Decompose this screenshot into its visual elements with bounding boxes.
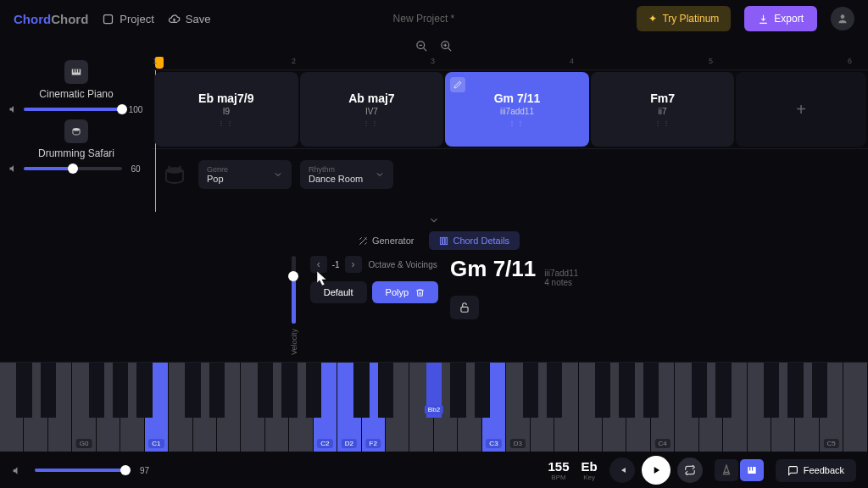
- octave-value: -1: [329, 260, 343, 269]
- black-key[interactable]: [258, 363, 273, 418]
- black-key[interactable]: [595, 363, 610, 418]
- metronome-button[interactable]: [715, 459, 738, 481]
- svg-point-1: [841, 14, 845, 19]
- black-key[interactable]: [764, 363, 779, 418]
- black-key[interactable]: [787, 363, 803, 418]
- volume-icon[interactable]: [8, 164, 19, 174]
- black-key[interactable]: Bb2: [426, 363, 442, 418]
- black-key[interactable]: [209, 363, 225, 418]
- chord-roman: iii7add11: [544, 269, 578, 278]
- volume-icon[interactable]: [8, 104, 19, 114]
- octave-label: Octave & Voicings: [369, 260, 437, 269]
- chord-card[interactable]: Ab maj7IV7⋮⋮: [300, 72, 444, 147]
- project-button[interactable]: Project: [102, 13, 153, 25]
- svg-rect-11: [443, 237, 445, 244]
- key-value[interactable]: Eb: [581, 459, 598, 474]
- rewind-button[interactable]: [609, 458, 635, 483]
- black-key[interactable]: [113, 363, 128, 418]
- black-key[interactable]: [692, 363, 707, 418]
- genre-select[interactable]: GenrePop: [198, 160, 292, 189]
- bpm-value[interactable]: 155: [548, 459, 569, 474]
- play-button[interactable]: [642, 456, 670, 485]
- octave-next[interactable]: ›: [345, 256, 362, 273]
- black-key[interactable]: [643, 363, 659, 418]
- velocity-slider[interactable]: [292, 256, 296, 324]
- black-key[interactable]: [715, 363, 731, 418]
- svg-point-9: [166, 167, 183, 174]
- zoom-in-icon[interactable]: [440, 40, 453, 53]
- avatar[interactable]: [831, 7, 854, 30]
- export-button[interactable]: Export: [744, 6, 817, 31]
- chord-card[interactable]: Fm7ii7⋮⋮: [591, 72, 735, 147]
- track-name: Drumming Safari: [8, 147, 144, 159]
- black-key[interactable]: [619, 363, 634, 418]
- chord-card[interactable]: Gm 7/11iii7add11⋮⋮: [445, 72, 589, 147]
- svg-rect-7: [78, 69, 79, 73]
- project-name: New Project *: [393, 13, 455, 25]
- drum-track-icon[interactable]: [64, 119, 88, 143]
- black-key[interactable]: [16, 363, 31, 418]
- master-volume-value: 97: [140, 466, 157, 475]
- svg-point-8: [73, 128, 80, 131]
- svg-rect-0: [104, 14, 113, 23]
- black-key[interactable]: [812, 363, 827, 418]
- tab-generator[interactable]: Generator: [348, 231, 425, 250]
- piano-view-button[interactable]: [740, 459, 764, 481]
- voicing-button[interactable]: Polyp: [372, 281, 439, 303]
- voicing-button[interactable]: Default: [310, 281, 367, 303]
- feedback-button[interactable]: Feedback: [776, 459, 856, 482]
- drum-icon: [159, 159, 190, 190]
- white-key[interactable]: [843, 363, 867, 452]
- logo[interactable]: ChordChord: [14, 12, 88, 26]
- volume-icon[interactable]: [12, 465, 23, 476]
- svg-rect-5: [74, 69, 75, 73]
- svg-rect-10: [441, 237, 442, 244]
- lock-button[interactable]: [450, 296, 479, 319]
- svg-rect-16: [752, 467, 753, 471]
- piano[interactable]: G0C1C2D2F2C3D3C4C5Bb2: [0, 362, 868, 452]
- volume-value: 100: [127, 105, 144, 114]
- track-name: Cinematic Piano: [8, 88, 144, 100]
- chord-title: Gm 7/11: [450, 256, 536, 282]
- chord-card[interactable]: Eb maj7/9I9⋮⋮: [154, 72, 298, 147]
- volume-value: 60: [127, 164, 144, 174]
- volume-slider[interactable]: [24, 108, 122, 111]
- save-button[interactable]: Save: [168, 13, 211, 25]
- black-key[interactable]: [450, 363, 465, 418]
- loop-button[interactable]: [677, 458, 703, 483]
- rhythm-select[interactable]: RhythmDance Room: [300, 160, 393, 189]
- black-key[interactable]: [41, 363, 56, 418]
- add-chord-button[interactable]: +: [736, 72, 866, 147]
- svg-rect-6: [75, 69, 76, 73]
- black-key[interactable]: [378, 363, 393, 418]
- black-key[interactable]: [281, 363, 297, 418]
- chord-notes: 4 notes: [544, 278, 578, 287]
- volume-slider[interactable]: [24, 167, 122, 170]
- master-volume-slider[interactable]: [35, 469, 128, 472]
- black-key[interactable]: [547, 363, 562, 418]
- tab-chord-details[interactable]: Chord Details: [429, 231, 520, 250]
- black-key[interactable]: [523, 363, 538, 418]
- octave-prev[interactable]: ‹: [310, 256, 327, 273]
- svg-rect-12: [446, 237, 448, 244]
- platinum-button[interactable]: ✦Try Platinum: [637, 6, 731, 31]
- zoom-out-icon[interactable]: [415, 40, 428, 53]
- black-key[interactable]: [306, 363, 321, 418]
- ruler[interactable]: 123456: [153, 55, 868, 70]
- svg-rect-13: [461, 307, 468, 312]
- black-key[interactable]: [475, 363, 490, 418]
- black-key[interactable]: [89, 363, 104, 418]
- black-key[interactable]: [353, 363, 369, 418]
- black-key[interactable]: [185, 363, 200, 418]
- svg-rect-15: [749, 467, 750, 471]
- piano-track-icon[interactable]: [64, 60, 88, 84]
- black-key[interactable]: [136, 363, 152, 418]
- chevron-down-icon[interactable]: [428, 214, 440, 226]
- velocity-label: Velocity: [290, 329, 298, 355]
